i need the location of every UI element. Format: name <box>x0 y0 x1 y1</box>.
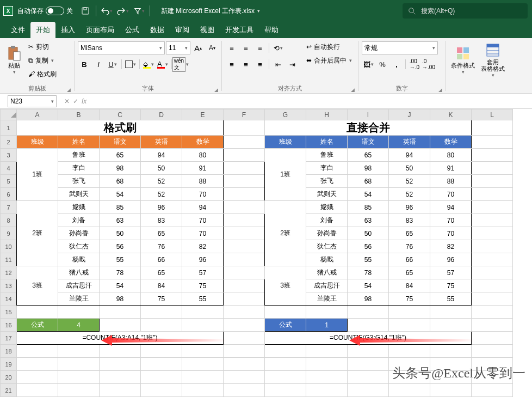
cell[interactable]: 68 <box>348 175 389 188</box>
row-header[interactable]: 3 <box>1 149 17 162</box>
dialog-launcher-icon[interactable]: ◢ <box>438 87 442 93</box>
cell[interactable]: 成吉思汗 <box>306 279 348 292</box>
bold-button[interactable]: B <box>78 58 91 71</box>
cell[interactable] <box>141 384 182 397</box>
row-header[interactable]: 9 <box>1 227 17 240</box>
row-header[interactable]: 13 <box>1 279 17 292</box>
cell[interactable]: 50 <box>100 227 141 240</box>
tab-help[interactable]: 帮助 <box>259 22 284 38</box>
enter-icon[interactable]: ✓ <box>73 97 78 105</box>
cell[interactable] <box>430 384 472 397</box>
cell[interactable]: 84 <box>141 279 182 292</box>
cell[interactable]: 70 <box>430 214 472 227</box>
borders-button[interactable]: ▾ <box>124 58 137 71</box>
cell[interactable]: 78 <box>100 266 141 279</box>
cell[interactable] <box>17 384 58 397</box>
cell[interactable] <box>389 306 430 319</box>
cell[interactable]: 66 <box>141 253 182 266</box>
comma-button[interactable]: , <box>390 58 403 71</box>
conditional-formatting-button[interactable]: 条件格式▾ <box>449 39 477 82</box>
align-top-button[interactable]: ≡ <box>225 41 238 54</box>
cell[interactable]: 刘备 <box>58 214 100 227</box>
cell[interactable]: 4 <box>58 319 100 332</box>
fx-icon[interactable]: fx <box>82 97 86 105</box>
cell[interactable]: 55 <box>182 292 224 306</box>
cell[interactable]: 55 <box>348 253 389 266</box>
row-header[interactable]: 5 <box>1 175 17 188</box>
cell[interactable] <box>472 345 513 358</box>
cell[interactable] <box>430 345 472 358</box>
wrap-text-button[interactable]: ↩自动换行 <box>304 41 354 53</box>
row-header[interactable]: 11 <box>1 253 17 266</box>
cell[interactable]: 3班 <box>17 266 58 306</box>
paste-button[interactable]: 粘贴 ▾ <box>3 39 25 82</box>
cell[interactable]: 猪八戒 <box>58 266 100 279</box>
cell[interactable] <box>348 371 389 384</box>
cell[interactable]: 98 <box>348 162 389 175</box>
row-header[interactable]: 8 <box>1 214 17 227</box>
cell[interactable] <box>472 120 513 136</box>
cell[interactable]: 56 <box>100 240 141 253</box>
row-header[interactable]: 1 <box>1 120 17 136</box>
cell[interactable] <box>141 371 182 384</box>
col-header[interactable]: C <box>100 109 141 120</box>
cell[interactable]: 94 <box>389 149 430 162</box>
cell[interactable]: 63 <box>100 214 141 227</box>
cell[interactable]: 武则天 <box>306 188 348 201</box>
cell[interactable] <box>100 345 141 358</box>
cell[interactable]: 70 <box>182 214 224 227</box>
formula-input[interactable] <box>90 95 532 107</box>
tab-view[interactable]: 视图 <box>195 22 220 38</box>
cell[interactable]: 96 <box>389 201 430 214</box>
cell[interactable]: 63 <box>348 214 389 227</box>
cell[interactable]: 65 <box>348 149 389 162</box>
cut-button[interactable]: ✂剪切 <box>26 41 59 53</box>
cell[interactable] <box>141 306 182 319</box>
cell[interactable] <box>224 306 265 319</box>
cell[interactable]: 成吉思汗 <box>58 279 100 292</box>
autosave-toggle[interactable]: 自动保存 关 <box>17 7 73 16</box>
cell[interactable] <box>348 345 389 358</box>
cell[interactable]: 96 <box>182 253 224 266</box>
cell[interactable] <box>17 345 58 358</box>
cell[interactable] <box>265 371 306 384</box>
font-size-select[interactable]: 11▾ <box>166 41 190 54</box>
cell[interactable]: 75 <box>141 292 182 306</box>
cell[interactable]: 91 <box>182 162 224 175</box>
cell[interactable]: 98 <box>100 162 141 175</box>
cell[interactable] <box>58 384 100 397</box>
chevron-down-icon[interactable]: ▾ <box>142 8 145 14</box>
cell[interactable]: =COUNTIF(A3:A14,"1班") <box>17 332 224 345</box>
font-color-button[interactable]: A▾ <box>156 58 169 71</box>
undo-button[interactable]: ▾ <box>101 5 113 17</box>
row-header[interactable]: 16 <box>1 319 17 332</box>
accounting-format-button[interactable]: 🖾▾ <box>362 58 375 71</box>
cell[interactable]: 2班 <box>17 201 58 266</box>
cell[interactable]: 格式刷 <box>17 120 224 136</box>
orientation-button[interactable]: ⟲▾ <box>271 41 284 54</box>
col-header[interactable]: L <box>472 109 513 120</box>
cell[interactable]: 猪八戒 <box>306 266 348 279</box>
cell[interactable]: 2班 <box>265 201 306 266</box>
cell[interactable]: 54 <box>348 188 389 201</box>
cell[interactable]: 嫦娥 <box>306 201 348 214</box>
cell[interactable] <box>224 358 265 371</box>
cell[interactable]: 公式 <box>17 319 58 332</box>
col-header[interactable]: B <box>58 109 100 120</box>
copy-button[interactable]: ⧉复制▾ <box>26 54 59 66</box>
cell[interactable]: 50 <box>141 162 182 175</box>
cell[interactable]: 70 <box>182 188 224 201</box>
cell[interactable] <box>265 358 306 371</box>
row-header[interactable]: 7 <box>1 201 17 214</box>
cell[interactable]: 54 <box>100 279 141 292</box>
row-header[interactable]: 15 <box>1 306 17 319</box>
cell[interactable]: 李白 <box>58 162 100 175</box>
cell[interactable]: 狄仁杰 <box>58 240 100 253</box>
chevron-down-icon[interactable]: ▾ <box>126 8 129 14</box>
cell[interactable] <box>430 306 472 319</box>
cell[interactable]: 杨戬 <box>306 253 348 266</box>
decrease-decimal-button[interactable]: .0→.00 <box>422 58 435 71</box>
font-name-select[interactable]: MiSans▾ <box>78 41 165 54</box>
cell[interactable] <box>100 358 141 371</box>
toggle-icon[interactable] <box>46 7 64 15</box>
